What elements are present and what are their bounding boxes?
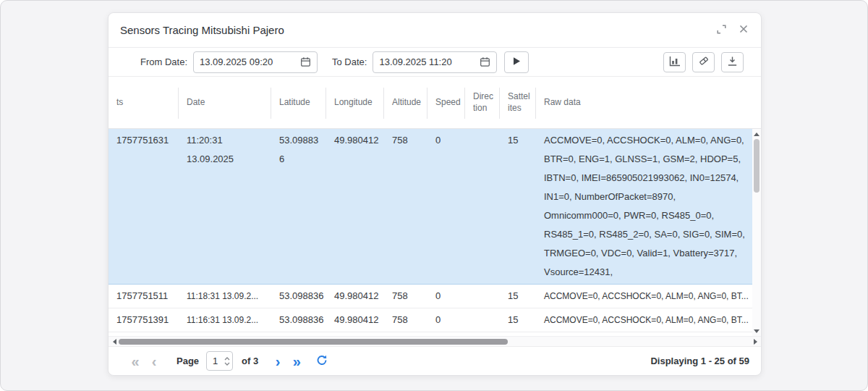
calendar-icon[interactable]	[480, 56, 490, 67]
display-status: Displaying 1 - 25 of 59	[650, 356, 749, 366]
desktop-background: Sensors Tracing Mitsubishi Pajero From D…	[0, 0, 868, 391]
column-header-direction[interactable]: Direction	[465, 77, 500, 128]
grid-row[interactable]: 1757751391 11:16:31 13.09.2... 53.098836…	[109, 308, 761, 332]
window-controls	[715, 23, 749, 38]
grid-header: ts Date Latitude Longitude Altitude Spee…	[109, 77, 761, 129]
calendar-icon[interactable]	[300, 56, 311, 67]
cell-latitude: 53.098836	[271, 308, 326, 332]
next-page-button[interactable]: ›	[268, 354, 287, 369]
expand-button[interactable]	[715, 23, 728, 38]
from-date-field	[193, 51, 318, 73]
page-label: Page	[176, 356, 199, 366]
cell-longitude: 49.980412	[326, 285, 384, 308]
chart-icon	[669, 56, 681, 69]
last-page-button[interactable]: »	[287, 354, 306, 369]
vertical-scrollbar-thumb[interactable]	[754, 139, 760, 193]
download-icon	[727, 56, 738, 69]
to-date-field	[373, 51, 497, 73]
cell-latitude: 53.098836	[271, 129, 326, 284]
cell-raw-data: ACCMOVE=0, ACCSHOCK=0, ALM=0, ANG=0, BT.…	[536, 308, 754, 332]
from-date-input[interactable]	[200, 56, 297, 67]
page-spinner[interactable]	[224, 356, 230, 366]
cell-direction	[465, 308, 500, 332]
cell-sattelites: 15	[500, 129, 536, 284]
grid-body: 1757751631 11:20:31 13.09.2025 53.098836…	[109, 129, 761, 336]
cell-longitude: 49.980412	[326, 308, 384, 332]
from-date-label: From Date:	[140, 56, 187, 67]
scroll-left-icon	[113, 339, 116, 345]
paging-toolbar: « ‹ Page of 3 › » Displaying 1 - 25 of 5…	[109, 346, 761, 375]
horizontal-scrollbar-thumb[interactable]	[119, 339, 508, 345]
cell-longitude: 49.980412	[326, 129, 384, 284]
scroll-down-button[interactable]	[752, 327, 761, 335]
scroll-up-icon	[754, 133, 760, 136]
scroll-down-icon	[754, 329, 760, 333]
clear-button[interactable]	[692, 52, 715, 72]
grid-row[interactable]: 1757751511 11:18:31 13.09.2... 53.098836…	[109, 285, 761, 308]
cell-direction	[465, 285, 500, 308]
scroll-right-button[interactable]	[751, 337, 760, 347]
refresh-icon	[316, 354, 328, 368]
total-pages-label: of 3	[242, 356, 258, 366]
column-header-sattelites[interactable]: Sattelites	[500, 77, 536, 128]
page-number-input[interactable]	[207, 356, 224, 366]
sensors-tracing-window: Sensors Tracing Mitsubishi Pajero From D…	[108, 12, 762, 376]
cell-sattelites: 15	[500, 285, 536, 308]
play-icon	[513, 56, 521, 68]
window-titlebar: Sensors Tracing Mitsubishi Pajero	[109, 13, 761, 48]
column-header-raw-data[interactable]: Raw data	[536, 77, 754, 128]
vertical-scrollbar[interactable]	[752, 129, 761, 336]
window-title: Sensors Tracing Mitsubishi Pajero	[120, 24, 284, 36]
grid-row-selected[interactable]: 1757751631 11:20:31 13.09.2025 53.098836…	[109, 129, 761, 285]
cell-ts: 1757751391	[109, 308, 179, 332]
scroll-up-button[interactable]	[752, 130, 761, 138]
column-header-ts[interactable]: ts	[109, 77, 179, 128]
cell-sattelites: 15	[500, 308, 536, 332]
cell-altitude: 758	[384, 308, 427, 332]
column-header-date[interactable]: Date	[179, 77, 271, 128]
eraser-icon	[698, 55, 710, 69]
first-page-button[interactable]: «	[126, 354, 145, 369]
column-header-altitude[interactable]: Altitude	[384, 77, 427, 128]
cell-ts: 1757751511	[109, 285, 179, 308]
column-header-speed[interactable]: Speed	[427, 77, 465, 128]
to-date-label: To Date:	[332, 56, 367, 67]
close-icon	[739, 25, 748, 35]
cell-altitude: 758	[384, 285, 427, 308]
query-toolbar: From Date: To Date:	[109, 48, 761, 77]
expand-icon	[717, 25, 726, 36]
cell-latitude: 53.098836	[271, 285, 326, 308]
cell-date: 11:16:31 13.09.2...	[179, 308, 271, 332]
cell-speed: 0	[427, 285, 465, 308]
cell-speed: 0	[427, 308, 465, 332]
horizontal-scrollbar[interactable]	[109, 336, 761, 346]
run-trace-button[interactable]	[504, 51, 529, 73]
cell-altitude: 758	[384, 129, 427, 284]
export-button[interactable]	[721, 52, 744, 72]
toolbar-right-actions	[663, 52, 744, 72]
page-number-field	[206, 351, 233, 371]
cell-direction	[465, 129, 500, 284]
chart-button[interactable]	[663, 52, 686, 72]
refresh-button[interactable]	[316, 354, 328, 368]
to-date-input[interactable]	[379, 56, 477, 67]
column-header-longitude[interactable]: Longitude	[326, 77, 384, 128]
cell-speed: 0	[427, 129, 465, 284]
cell-date: 11:20:31 13.09.2025	[179, 129, 271, 284]
close-button[interactable]	[738, 23, 749, 37]
column-header-latitude[interactable]: Latitude	[271, 77, 326, 128]
scroll-right-icon	[754, 339, 757, 345]
cell-date: 11:18:31 13.09.2...	[179, 285, 271, 308]
cell-ts: 1757751631	[109, 129, 179, 284]
scroll-left-button[interactable]	[110, 337, 119, 347]
cell-raw-data: ACCMOVE=0, ACCSHOCK=0, ALM=0, ANG=0, BT.…	[536, 285, 754, 308]
prev-page-button[interactable]: ‹	[145, 354, 163, 369]
cell-raw-data: ACCMOVE=0, ACCSHOCK=0, ALM=0, ANG=0, BTR…	[536, 129, 754, 284]
